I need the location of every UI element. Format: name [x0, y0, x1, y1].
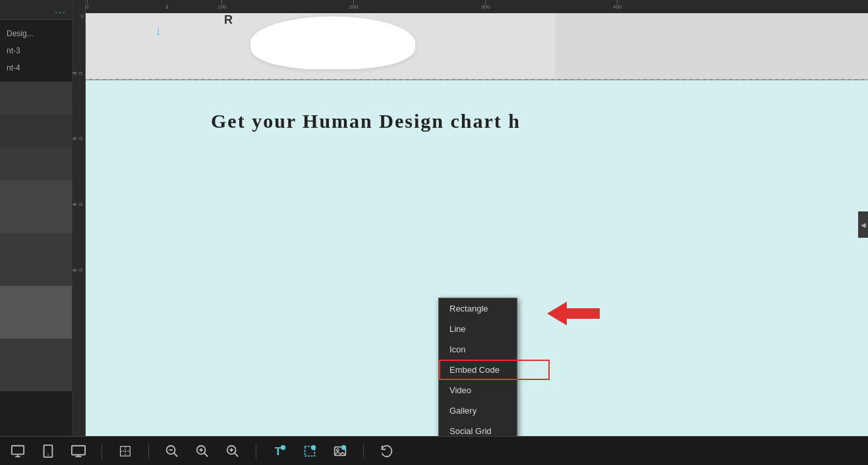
canvas-scroll-area[interactable]: R ↓ Get your Human Design chart h: [86, 13, 868, 436]
context-menu-item-rectangle[interactable]: Rectangle: [439, 298, 517, 319]
vruler-300: 300: [72, 201, 84, 207]
vruler-100: 100: [72, 70, 84, 76]
svg-marker-0: [547, 302, 600, 325]
sidebar-item-design[interactable]: Desig...: [0, 25, 72, 42]
teapot-shape: [250, 16, 415, 69]
svg-line-23: [235, 452, 239, 456]
grid-layout-button[interactable]: [115, 443, 135, 460]
svg-point-32: [341, 445, 346, 449]
toolbar-sep-1: [101, 443, 102, 459]
device-monitor-button[interactable]: [69, 443, 88, 460]
context-menu: Rectangle Line Icon Embed Code Video Gal…: [438, 298, 517, 436]
red-annotation-arrow: [547, 302, 600, 328]
text-tool-button[interactable]: T: [270, 443, 289, 460]
canvas-area: 0 100 200 300 400: [72, 13, 868, 436]
sidebar-items-list: Desig... nt-3 nt-4: [0, 20, 72, 82]
undo-button[interactable]: [377, 443, 397, 460]
zoom-in-button[interactable]: [223, 443, 243, 460]
context-menu-item-gallery[interactable]: Gallery: [439, 400, 517, 421]
ruler-mark-200: 200: [349, 0, 358, 10]
device-tablet-button[interactable]: [38, 443, 58, 460]
ruler-corner: [72, 0, 86, 13]
top-ruler: 0 100 200 300 400: [72, 0, 868, 13]
page-wrapper: R ↓ Get your Human Design chart h: [86, 13, 868, 436]
page-content-section: Get your Human Design chart h Rectangle …: [86, 80, 868, 436]
context-menu-item-icon[interactable]: Icon: [439, 339, 517, 360]
device-desktop-button[interactable]: [8, 443, 28, 460]
zoom-reset-button[interactable]: [192, 443, 212, 460]
zoom-out-button[interactable]: [162, 443, 182, 460]
ruler-cursor-indicator: ↓: [165, 1, 169, 11]
toolbar-sep-3: [256, 443, 256, 459]
header-letter-r: R: [224, 13, 233, 27]
collapse-panel-tab[interactable]: ◀: [858, 211, 868, 238]
app-container: ... Desig... nt-3 nt-4 0: [0, 0, 868, 436]
header-down-arrow: ↓: [155, 23, 161, 38]
page-title: Get your Human Design chart h: [86, 80, 868, 132]
context-menu-item-embed-code[interactable]: Embed Code: [439, 360, 517, 380]
horizontal-ruler: 0 100 200 300 400: [86, 0, 868, 13]
frame-tool-button[interactable]: [300, 443, 320, 460]
canvas-wrapper: 0 100 200 300 400: [72, 0, 868, 436]
ruler-mark-300: 300: [481, 0, 490, 10]
sidebar-block-1: [0, 82, 72, 115]
svg-point-31: [337, 449, 339, 451]
sidebar-block-6: [0, 286, 72, 339]
sidebar-menu-dots[interactable]: ...: [55, 5, 67, 15]
page-header-section: R ↓: [86, 13, 868, 79]
header-right-bg: [555, 13, 868, 79]
sidebar-block-3: [0, 148, 72, 180]
vertical-ruler: 0 100 200 300 400: [72, 13, 86, 436]
vruler-200: 200: [72, 135, 84, 141]
ruler-mark-100: 100: [217, 0, 226, 10]
sidebar: ... Desig... nt-3 nt-4: [0, 0, 72, 436]
sidebar-block-2: [0, 115, 72, 148]
vruler-400: 400: [72, 267, 84, 273]
svg-point-29: [311, 445, 316, 449]
svg-point-27: [281, 445, 285, 449]
context-menu-item-social-grid[interactable]: Social Grid: [439, 421, 517, 436]
svg-rect-1: [12, 445, 24, 454]
sidebar-block-7: [0, 339, 72, 391]
svg-line-19: [204, 452, 208, 456]
sidebar-header: ...: [0, 0, 72, 20]
context-menu-item-line[interactable]: Line: [439, 319, 517, 339]
sidebar-block-4: [0, 180, 72, 233]
ruler-mark-0: 0: [86, 0, 88, 10]
svg-rect-6: [72, 445, 85, 454]
svg-rect-4: [44, 445, 53, 456]
sidebar-item-nt4[interactable]: nt-4: [0, 59, 72, 76]
sidebar-block-5: [0, 233, 72, 286]
ruler-mark-400: 400: [613, 0, 622, 10]
vruler-0: 0: [81, 13, 84, 19]
svg-text:T: T: [275, 445, 281, 456]
svg-line-16: [174, 452, 178, 456]
toolbar-sep-2: [148, 443, 149, 459]
sidebar-item-nt3[interactable]: nt-3: [0, 42, 72, 59]
image-tool-button[interactable]: [330, 443, 350, 460]
bottom-toolbar: T: [0, 436, 868, 465]
toolbar-sep-4: [363, 443, 364, 459]
context-menu-item-video[interactable]: Video: [439, 380, 517, 400]
